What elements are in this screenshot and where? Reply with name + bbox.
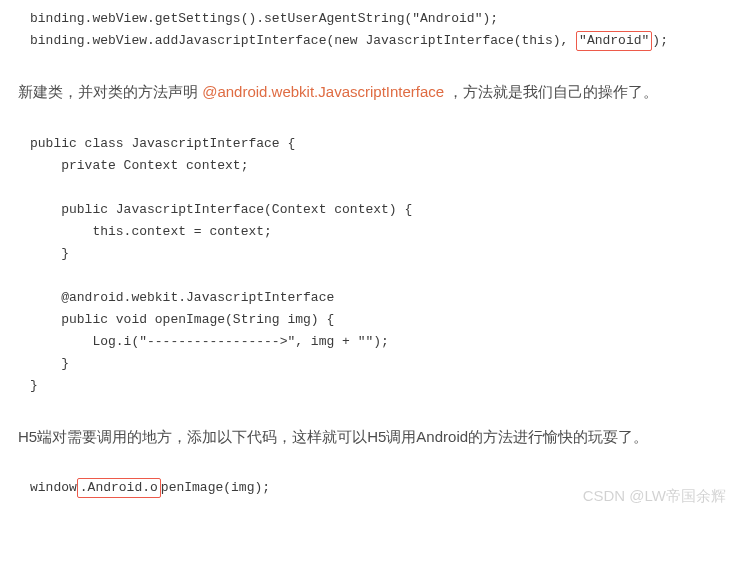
code-block-1: binding.webView.getSettings().setUserAge… [0, 0, 734, 60]
code-part: penImage(img); [161, 480, 270, 495]
paragraph-1: 新建类，并对类的方法声明 @android.webkit.JavascriptI… [18, 78, 716, 107]
code-line-part: ); [652, 33, 668, 48]
code-block-2: public class JavascriptInterface { priva… [0, 125, 734, 405]
code-part: window [30, 480, 77, 495]
text: ，方法就是我们自己的操作了。 [444, 83, 658, 100]
annotation-reference: @android.webkit.JavascriptInterface [202, 83, 444, 100]
paragraph-2: H5端对需要调用的地方，添加以下代码，这样就可以H5调用Android的方法进行… [18, 423, 716, 452]
code-line: binding.webView.getSettings().setUserAge… [30, 11, 498, 26]
code-line-part: binding.webView.addJavascriptInterface(n… [30, 33, 568, 48]
highlight-android-string: "Android" [576, 31, 652, 51]
text: 新建类，并对类的方法声明 [18, 83, 202, 100]
highlight-android-call: .Android.o [77, 478, 161, 498]
code-block-3: window.Android.openImage(img); [0, 469, 734, 507]
